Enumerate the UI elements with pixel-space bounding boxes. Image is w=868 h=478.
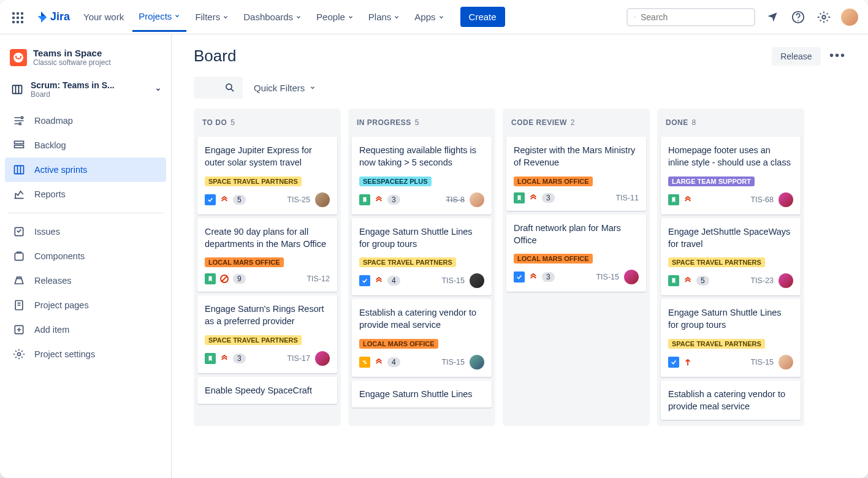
story-points: 3 (233, 354, 246, 363)
project-subtitle: Classic software project (33, 58, 111, 67)
card-title: Draft network plan for Mars Office (514, 222, 639, 247)
global-search[interactable] (626, 8, 755, 26)
issue-card[interactable]: Engage Saturn Shuttle Lines (352, 381, 492, 408)
issue-card[interactable]: Engage Saturn's Rings Resort as a prefer… (197, 295, 337, 373)
sidebar-divider (7, 213, 164, 213)
svg-point-15 (226, 84, 232, 89)
column-header: IN PROGRESS 5 (352, 115, 492, 133)
svg-rect-4 (13, 85, 22, 93)
sidebar-item-project-settings[interactable]: Project settings (5, 342, 166, 366)
priority-highest-icon (374, 195, 384, 205)
roadmap-icon (12, 114, 26, 127)
sidebar-item-project-pages[interactable]: Project pages (5, 293, 166, 317)
pages-icon (12, 298, 26, 312)
issue-card[interactable]: Enable Speedy SpaceCraft (197, 377, 337, 404)
chevron-down-icon (394, 14, 400, 20)
app-switcher-icon[interactable] (10, 10, 25, 25)
board-selector[interactable]: Scrum: Teams in S... Board (5, 75, 166, 104)
more-button[interactable]: ••• (829, 48, 846, 63)
sidebar-item-backlog[interactable]: Backlog (5, 133, 166, 157)
column-to-do: TO DO 5Engage Jupiter Express for outer … (194, 108, 341, 426)
nav-apps[interactable]: Apps (408, 2, 450, 32)
issue-card[interactable]: Register with the Mars Ministry of Reven… (506, 137, 646, 211)
svg-point-0 (634, 17, 636, 18)
settings-icon[interactable] (815, 9, 832, 26)
sidebar-item-add-item[interactable]: Add item (5, 317, 166, 342)
assignee-avatar[interactable] (315, 192, 330, 207)
epic-badge: SPACE TRAVEL PARTNERS (668, 339, 765, 349)
sidebar-item-reports[interactable]: Reports (5, 182, 166, 207)
release-button[interactable]: Release (772, 47, 820, 66)
notifications-icon[interactable] (764, 9, 781, 26)
assignee-avatar[interactable] (470, 355, 484, 370)
nav-filters[interactable]: Filters (189, 2, 235, 32)
assignee-avatar[interactable] (779, 273, 793, 288)
issue-key: TIS-15 (441, 358, 465, 366)
issue-card[interactable]: Establish a catering vendor to provide m… (352, 299, 492, 377)
svg-point-3 (822, 15, 826, 19)
issue-card[interactable]: Establish a catering vendor to provide m… (661, 381, 801, 420)
quick-filters[interactable]: Quick Filters (254, 83, 316, 93)
board-search[interactable] (194, 77, 243, 99)
brand-name: Jira (50, 10, 70, 23)
priority-blocker-icon (219, 274, 229, 284)
issue-card[interactable]: Requesting available flights is now taki… (352, 137, 492, 214)
epic-badge: LOCAL MARS OFFICE (359, 339, 438, 349)
issue-card[interactable]: Engage Jupiter Express for outer solar s… (197, 137, 337, 214)
sidebar-item-components[interactable]: Components (5, 244, 166, 268)
sidebar-item-issues[interactable]: Issues (5, 219, 166, 244)
svg-point-14 (18, 353, 21, 356)
create-button[interactable]: Create (460, 7, 505, 27)
assignee-avatar[interactable] (779, 355, 793, 370)
issue-card[interactable]: Engage Saturn Shuttle Lines for group to… (352, 218, 492, 296)
issue-card[interactable]: Draft network plan for Mars OfficeLOCAL … (506, 214, 646, 292)
sidebar: Teams in Space Classic software project … (0, 34, 172, 478)
story-points: 9 (233, 274, 246, 284)
issue-key: TIS-11 (615, 194, 639, 202)
assignee-avatar[interactable] (315, 351, 330, 366)
sidebar-item-label: Roadmap (34, 116, 73, 126)
nav-dashboards[interactable]: Dashboards (237, 2, 308, 32)
task-type-icon (205, 194, 216, 205)
chevron-down-icon (438, 14, 444, 20)
epic-badge: SPACE TRAVEL PARTNERS (668, 257, 765, 267)
nav-projects[interactable]: Projects (132, 2, 186, 32)
sidebar-item-label: Active sprints (34, 165, 87, 175)
svg-point-5 (21, 116, 23, 118)
story-points: 4 (387, 357, 400, 367)
nav-your-work[interactable]: Your work (77, 2, 130, 32)
task-type-icon (514, 271, 525, 283)
assignee-avatar[interactable] (470, 192, 484, 207)
project-header[interactable]: Teams in Space Classic software project (5, 45, 166, 75)
issue-card[interactable]: Engage JetShuttle SpaceWays for travelSP… (661, 218, 801, 296)
issue-key: TIS-15 (441, 276, 465, 285)
priority-highest-icon (683, 195, 693, 205)
issue-card[interactable]: Create 90 day plans for all departments … (197, 218, 337, 292)
issue-key: TIS-15 (596, 273, 619, 281)
issue-key: TIS-12 (306, 275, 330, 283)
card-title: Engage Jupiter Express for outer solar s… (205, 144, 330, 169)
priority-highest-icon (219, 354, 229, 363)
task-type-icon (359, 275, 370, 286)
profile-avatar[interactable] (841, 9, 858, 26)
sidebar-item-label: Releases (34, 276, 71, 286)
assignee-avatar[interactable] (470, 273, 484, 288)
sidebar-item-active-sprints[interactable]: Active sprints (5, 157, 166, 182)
settings-icon (12, 347, 26, 361)
help-icon[interactable] (790, 9, 807, 26)
search-input[interactable] (641, 12, 748, 22)
issue-card[interactable]: Homepage footer uses an inline style - s… (661, 137, 801, 214)
priority-highest-icon (528, 272, 538, 282)
story-type-icon (205, 353, 216, 364)
sidebar-item-roadmap[interactable]: Roadmap (5, 108, 166, 133)
column-count: 8 (692, 118, 696, 127)
nav-people[interactable]: People (310, 2, 360, 32)
main-content: Board Release ••• Quick Filters TO DO 5E… (172, 34, 868, 478)
jira-logo[interactable]: Jira (34, 10, 70, 24)
issue-card[interactable]: Engage Saturn Shuttle Lines for group to… (661, 299, 801, 377)
assignee-avatar[interactable] (624, 270, 639, 284)
nav-plans[interactable]: Plans (362, 2, 406, 32)
assignee-avatar[interactable] (779, 192, 793, 207)
card-title: Establish a catering vendor to provide m… (668, 388, 793, 413)
sidebar-item-releases[interactable]: Releases (5, 268, 166, 293)
